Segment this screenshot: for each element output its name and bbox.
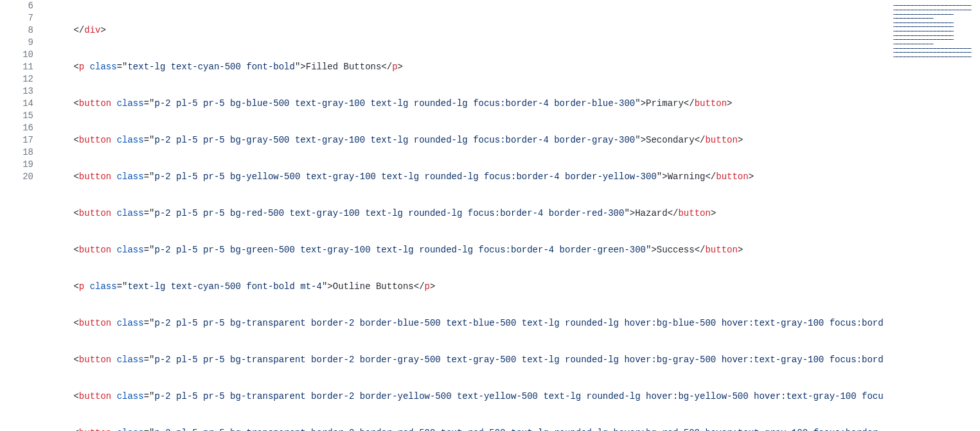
- code-line[interactable]: <button class="p-2 pl-5 pr-5 bg-transpar…: [41, 354, 980, 366]
- code-line[interactable]: <button class="p-2 pl-5 pr-5 bg-transpar…: [41, 391, 980, 403]
- line-number: 17: [0, 134, 33, 146]
- line-number: 16: [0, 122, 33, 134]
- code-content[interactable]: </div> <p class="text-lg text-cyan-500 f…: [41, 0, 980, 431]
- line-number: 6: [0, 0, 33, 12]
- line-number: 15: [0, 110, 33, 122]
- code-line[interactable]: <button class="p-2 pl-5 pr-5 bg-transpar…: [41, 427, 980, 431]
- minimap[interactable]: ■■■■■■■■■■■■■■■■■■■■■■■■■■■■■■■■■■■■■■■■…: [893, 1, 976, 58]
- code-line[interactable]: </div>: [41, 24, 980, 37]
- code-line[interactable]: <button class="p-2 pl-5 pr-5 bg-red-500 …: [41, 207, 980, 220]
- line-number: 19: [0, 159, 33, 171]
- code-line[interactable]: <button class="p-2 pl-5 pr-5 bg-transpar…: [41, 317, 980, 330]
- code-line[interactable]: <p class="text-lg text-cyan-500 font-bol…: [41, 281, 980, 293]
- line-number: 20: [0, 171, 33, 183]
- code-editor: 6 7 8 9 10 11 12 13 14 15 16 17 18 19 20…: [0, 0, 980, 431]
- code-line[interactable]: <button class="p-2 pl-5 pr-5 bg-yellow-5…: [41, 171, 980, 183]
- line-number: 14: [0, 98, 33, 110]
- line-number: 8: [0, 24, 33, 37]
- line-number: 12: [0, 73, 33, 85]
- line-number: 9: [0, 37, 33, 49]
- code-line[interactable]: <p class="text-lg text-cyan-500 font-bol…: [41, 61, 980, 73]
- code-line[interactable]: <button class="p-2 pl-5 pr-5 bg-green-50…: [41, 244, 980, 256]
- line-number: 18: [0, 146, 33, 159]
- code-line[interactable]: <button class="p-2 pl-5 pr-5 bg-blue-500…: [41, 98, 980, 110]
- code-line[interactable]: <button class="p-2 pl-5 pr-5 bg-gray-500…: [41, 134, 980, 146]
- line-gutter: 6 7 8 9 10 11 12 13 14 15 16 17 18 19 20: [0, 0, 41, 431]
- line-number: 11: [0, 61, 33, 73]
- line-number: 13: [0, 85, 33, 98]
- line-number: 10: [0, 49, 33, 61]
- line-number: 7: [0, 12, 33, 24]
